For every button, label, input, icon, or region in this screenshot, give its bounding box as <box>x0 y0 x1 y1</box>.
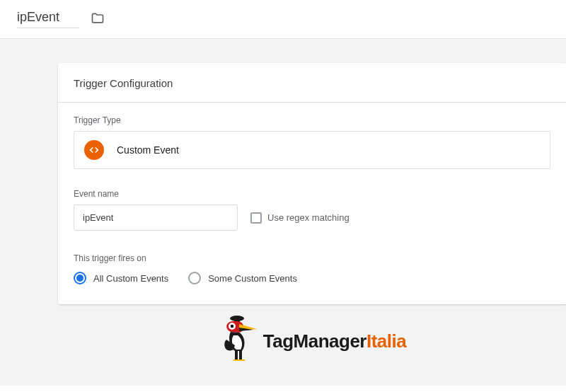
radio-all-label: All Custom Events <box>93 273 168 284</box>
event-name-label: Event name <box>74 189 550 199</box>
topbar <box>0 0 566 39</box>
fires-on-label: This trigger fires on <box>74 253 550 263</box>
folder-icon[interactable] <box>91 11 105 25</box>
event-name-input[interactable] <box>74 204 238 231</box>
trigger-config-card: Trigger Configuration Trigger Type Custo… <box>58 63 566 304</box>
radio-some-label: Some Custom Events <box>208 273 297 284</box>
svg-rect-5 <box>239 351 242 359</box>
svg-point-3 <box>231 325 233 328</box>
woodpecker-icon <box>218 314 259 368</box>
trigger-name-input[interactable] <box>17 8 79 28</box>
brand-accent: Italia <box>366 330 406 352</box>
custom-event-icon <box>84 140 104 160</box>
svg-rect-4 <box>235 351 238 359</box>
workspace: Trigger Configuration Trigger Type Custo… <box>0 39 566 386</box>
trigger-type-selector[interactable]: Custom Event <box>74 131 550 169</box>
radio-icon-selected <box>74 272 86 284</box>
brand-text: TagManagerItalia <box>263 330 406 352</box>
radio-icon <box>188 272 201 284</box>
svg-rect-1 <box>234 317 240 322</box>
trigger-type-value: Custom Event <box>117 144 179 156</box>
fires-on-radio-group: All Custom Events Some Custom Events <box>74 272 550 284</box>
regex-label: Use regex matching <box>267 212 350 223</box>
radio-some-custom-events[interactable]: Some Custom Events <box>188 272 297 284</box>
radio-all-custom-events[interactable]: All Custom Events <box>74 272 168 284</box>
checkbox-icon <box>250 212 262 224</box>
trigger-type-label: Trigger Type <box>74 115 550 125</box>
regex-checkbox-wrap[interactable]: Use regex matching <box>250 212 350 224</box>
footer-logo: TagManagerItalia <box>58 314 566 368</box>
card-title: Trigger Configuration <box>58 63 566 103</box>
brand-main: TagManager <box>263 330 366 352</box>
